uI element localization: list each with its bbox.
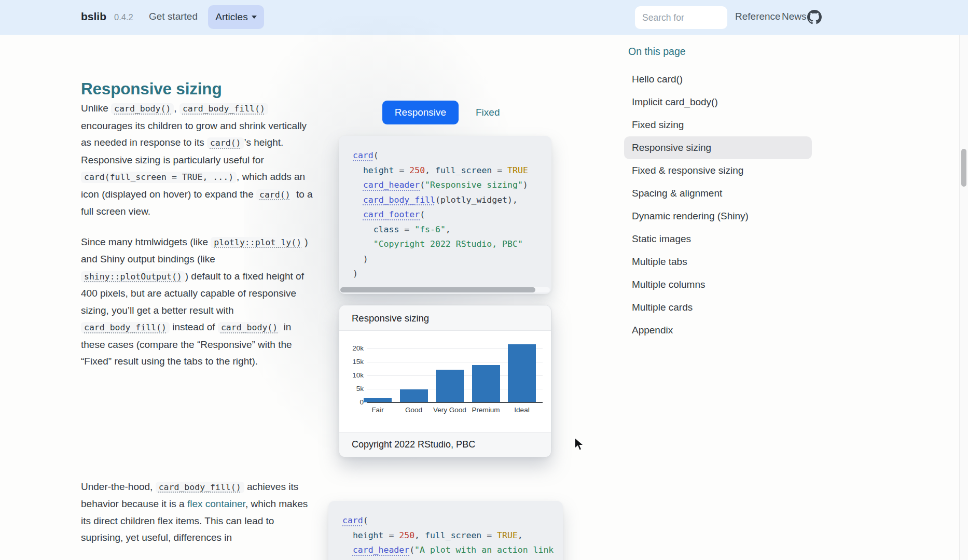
toc-item-appendix[interactable]: Appendix <box>624 319 812 342</box>
code-token: = <box>481 530 497 540</box>
x-axis-line <box>367 402 543 403</box>
code-line: card_body_fill(plotly_widget), <box>353 193 551 208</box>
text-link[interactable]: flex container <box>187 498 245 509</box>
code-line: class = "fs-6", <box>353 222 551 237</box>
page-scrollbar-track <box>959 35 968 560</box>
code-token <box>342 545 353 555</box>
code-token <box>353 180 363 190</box>
code-token: height <box>353 530 384 540</box>
brand-logo[interactable]: bslib <box>81 10 106 23</box>
code-token: full_screen <box>425 530 481 540</box>
code-token: ), <box>507 195 518 205</box>
code-token: ( <box>435 195 440 205</box>
version-label: 0.4.2 <box>114 12 133 22</box>
code-hscrollbar-thumb[interactable] <box>340 287 535 292</box>
code-token: "Copyright 2022 RStudio, PBC" <box>374 239 523 249</box>
chevron-down-icon <box>252 16 257 19</box>
code-token <box>353 239 374 249</box>
y-tick-label: 20k <box>339 344 364 353</box>
y-tick-label: 15k <box>339 357 364 367</box>
toc-item-dynamic-rendering-shiny[interactable]: Dynamic rendering (Shiny) <box>624 205 812 228</box>
code-line: card_body_fill( <box>342 558 563 560</box>
inline-code-link[interactable]: card_body_fill() <box>179 103 268 115</box>
toc-item-multiple-columns[interactable]: Multiple columns <box>624 273 812 296</box>
inline-code-link[interactable]: plotly::plot_ly() <box>211 237 305 248</box>
inline-code-link[interactable]: card_body() <box>111 103 174 115</box>
code-token: ) <box>353 269 358 278</box>
x-tick-label: Ideal <box>500 406 544 414</box>
tab-fixed[interactable]: Fixed <box>468 101 507 124</box>
toc-item-multiple-tabs[interactable]: Multiple tabs <box>624 250 812 273</box>
toc-item-fixed-responsive-sizing[interactable]: Fixed & responsive sizing <box>624 159 812 182</box>
toc-item-static-images[interactable]: Static images <box>624 228 812 250</box>
code-token: , <box>446 225 451 234</box>
page: bslib 0.4.2 Get started Articles Referen… <box>0 0 968 560</box>
code-token: ( <box>409 545 414 555</box>
inline-code-link[interactable]: shiny::plotOutput() <box>81 271 185 283</box>
code-token: TRUE <box>497 530 518 540</box>
code-function-link[interactable]: card_header <box>353 545 409 555</box>
code-function-link[interactable]: card_body_fill <box>363 195 435 205</box>
mouse-cursor <box>574 437 586 454</box>
code-line: ) <box>353 252 551 267</box>
inline-code: card(full_screen = TRUE, ...) <box>81 172 237 183</box>
search-input[interactable] <box>635 6 727 29</box>
code-block-next-example: card( height = 250, full_screen = TRUE, … <box>328 501 563 560</box>
github-icon[interactable] <box>807 10 822 24</box>
inline-code-link[interactable]: card_body() <box>218 322 281 333</box>
code-token: ( <box>420 180 425 190</box>
code-function-link[interactable]: card <box>353 150 374 160</box>
toc-item-implicit-card-body[interactable]: Implicit card_body() <box>624 91 812 114</box>
code-token: , <box>414 530 425 540</box>
text-run: Since many htmlwidgets (like <box>81 236 211 247</box>
toc-item-multiple-cards[interactable]: Multiple cards <box>624 296 812 319</box>
inline-code-link[interactable]: card() <box>207 137 244 149</box>
paragraph: Unlike card_body(), card_body_fill() enc… <box>81 100 317 220</box>
nav-get-started[interactable]: Get started <box>149 11 198 22</box>
code-token: ( <box>420 209 425 219</box>
code-token: = <box>394 165 409 175</box>
demo-card: Responsive sizing 05k10k15k20kFairGoodVe… <box>339 305 551 457</box>
y-tick-label: 10k <box>339 371 364 380</box>
search-box <box>635 6 727 29</box>
toc-item-hello-card[interactable]: Hello card() <box>624 68 812 91</box>
code-token <box>353 165 363 175</box>
code-line: card_footer( <box>353 207 551 222</box>
page-scrollbar-thumb[interactable] <box>961 149 966 187</box>
nav-reference[interactable]: Reference <box>735 11 781 22</box>
bar-ideal <box>508 344 536 402</box>
toc-item-fixed-sizing[interactable]: Fixed sizing <box>624 114 812 136</box>
paragraph: Under-the-hood, card_body_fill() achieve… <box>81 479 317 547</box>
code-token: full_screen <box>435 165 492 175</box>
code-function-link[interactable]: card_header <box>363 180 420 190</box>
code-token: , <box>518 530 523 540</box>
text-run: Unlike <box>81 103 111 114</box>
code-token: TRUE <box>507 165 528 175</box>
code-token: class <box>374 225 399 234</box>
toc-item-spacing-alignment[interactable]: Spacing & alignment <box>624 182 812 205</box>
inline-code-link[interactable]: card_body_fill() <box>81 322 170 333</box>
bar-very-good <box>436 370 464 402</box>
code-token <box>342 530 353 540</box>
tab-responsive[interactable]: Responsive <box>382 101 459 124</box>
card-footer: Copyright 2022 RStudio, PBC <box>339 432 551 457</box>
code-function-link[interactable]: card <box>342 515 363 525</box>
text-run: instead of <box>170 321 218 332</box>
page-title: Responsive sizing <box>81 79 222 99</box>
nav-news[interactable]: News <box>782 11 807 22</box>
code-line: ) <box>353 267 551 282</box>
on-this-page: On this page Hello card()Implicit card_b… <box>624 46 812 342</box>
toc-item-responsive-sizing[interactable]: Responsive sizing <box>624 136 812 159</box>
code-line: card( <box>353 148 551 163</box>
inline-code-link[interactable]: card_body_fill() <box>156 482 244 493</box>
bar-chart: 05k10k15k20kFairGoodVery GoodPremiumIdea… <box>339 331 551 432</box>
code-token: ) <box>353 254 368 264</box>
code-token: "Responsive sizing" <box>425 180 523 190</box>
code-token: = <box>383 530 399 540</box>
code-function-link[interactable]: card_footer <box>363 209 420 219</box>
nav-articles-dropdown[interactable]: Articles <box>208 5 264 29</box>
navbar: bslib 0.4.2 Get started Articles Referen… <box>0 0 968 35</box>
card-header: Responsive sizing <box>339 305 551 331</box>
inline-code-link[interactable]: card() <box>256 189 294 201</box>
text-run: Under-the-hood, <box>81 481 156 492</box>
